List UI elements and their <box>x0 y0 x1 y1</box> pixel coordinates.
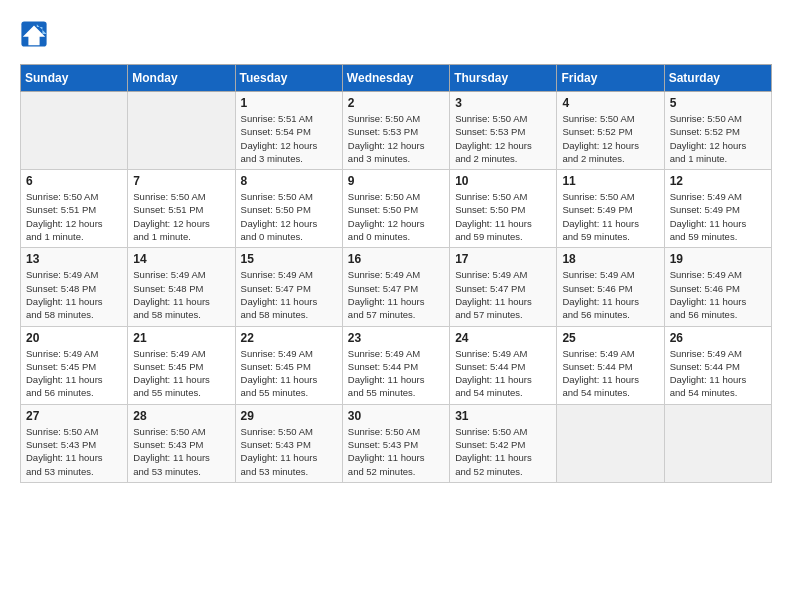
calendar-cell: 28Sunrise: 5:50 AM Sunset: 5:43 PM Dayli… <box>128 404 235 482</box>
calendar-cell: 25Sunrise: 5:49 AM Sunset: 5:44 PM Dayli… <box>557 326 664 404</box>
day-header-saturday: Saturday <box>664 65 771 92</box>
day-number: 24 <box>455 331 551 345</box>
day-info: Sunrise: 5:49 AM Sunset: 5:49 PM Dayligh… <box>670 190 766 243</box>
calendar-cell: 2Sunrise: 5:50 AM Sunset: 5:53 PM Daylig… <box>342 92 449 170</box>
calendar-cell: 14Sunrise: 5:49 AM Sunset: 5:48 PM Dayli… <box>128 248 235 326</box>
day-number: 23 <box>348 331 444 345</box>
day-info: Sunrise: 5:50 AM Sunset: 5:49 PM Dayligh… <box>562 190 658 243</box>
calendar-cell: 31Sunrise: 5:50 AM Sunset: 5:42 PM Dayli… <box>450 404 557 482</box>
day-number: 15 <box>241 252 337 266</box>
calendar-week-row: 13Sunrise: 5:49 AM Sunset: 5:48 PM Dayli… <box>21 248 772 326</box>
day-info: Sunrise: 5:50 AM Sunset: 5:51 PM Dayligh… <box>26 190 122 243</box>
day-number: 28 <box>133 409 229 423</box>
calendar-cell: 3Sunrise: 5:50 AM Sunset: 5:53 PM Daylig… <box>450 92 557 170</box>
day-info: Sunrise: 5:50 AM Sunset: 5:43 PM Dayligh… <box>133 425 229 478</box>
calendar-cell: 16Sunrise: 5:49 AM Sunset: 5:47 PM Dayli… <box>342 248 449 326</box>
day-info: Sunrise: 5:50 AM Sunset: 5:53 PM Dayligh… <box>348 112 444 165</box>
calendar-cell: 27Sunrise: 5:50 AM Sunset: 5:43 PM Dayli… <box>21 404 128 482</box>
calendar-cell: 17Sunrise: 5:49 AM Sunset: 5:47 PM Dayli… <box>450 248 557 326</box>
calendar-cell: 7Sunrise: 5:50 AM Sunset: 5:51 PM Daylig… <box>128 170 235 248</box>
calendar-table: SundayMondayTuesdayWednesdayThursdayFrid… <box>20 64 772 483</box>
day-number: 27 <box>26 409 122 423</box>
day-header-friday: Friday <box>557 65 664 92</box>
day-info: Sunrise: 5:50 AM Sunset: 5:42 PM Dayligh… <box>455 425 551 478</box>
day-info: Sunrise: 5:49 AM Sunset: 5:44 PM Dayligh… <box>670 347 766 400</box>
calendar-cell: 5Sunrise: 5:50 AM Sunset: 5:52 PM Daylig… <box>664 92 771 170</box>
day-header-monday: Monday <box>128 65 235 92</box>
day-number: 9 <box>348 174 444 188</box>
day-number: 13 <box>26 252 122 266</box>
calendar-cell: 24Sunrise: 5:49 AM Sunset: 5:44 PM Dayli… <box>450 326 557 404</box>
day-number: 21 <box>133 331 229 345</box>
calendar-cell: 26Sunrise: 5:49 AM Sunset: 5:44 PM Dayli… <box>664 326 771 404</box>
day-number: 26 <box>670 331 766 345</box>
day-info: Sunrise: 5:50 AM Sunset: 5:52 PM Dayligh… <box>670 112 766 165</box>
calendar-cell: 29Sunrise: 5:50 AM Sunset: 5:43 PM Dayli… <box>235 404 342 482</box>
day-info: Sunrise: 5:50 AM Sunset: 5:50 PM Dayligh… <box>241 190 337 243</box>
day-number: 19 <box>670 252 766 266</box>
calendar-cell: 12Sunrise: 5:49 AM Sunset: 5:49 PM Dayli… <box>664 170 771 248</box>
day-number: 22 <box>241 331 337 345</box>
day-number: 5 <box>670 96 766 110</box>
day-info: Sunrise: 5:49 AM Sunset: 5:47 PM Dayligh… <box>455 268 551 321</box>
day-number: 8 <box>241 174 337 188</box>
calendar-cell: 15Sunrise: 5:49 AM Sunset: 5:47 PM Dayli… <box>235 248 342 326</box>
day-number: 3 <box>455 96 551 110</box>
calendar-cell: 4Sunrise: 5:50 AM Sunset: 5:52 PM Daylig… <box>557 92 664 170</box>
day-info: Sunrise: 5:50 AM Sunset: 5:52 PM Dayligh… <box>562 112 658 165</box>
calendar-cell: 9Sunrise: 5:50 AM Sunset: 5:50 PM Daylig… <box>342 170 449 248</box>
day-header-tuesday: Tuesday <box>235 65 342 92</box>
day-info: Sunrise: 5:49 AM Sunset: 5:46 PM Dayligh… <box>562 268 658 321</box>
calendar-cell <box>21 92 128 170</box>
logo <box>20 20 52 48</box>
day-number: 1 <box>241 96 337 110</box>
day-info: Sunrise: 5:49 AM Sunset: 5:46 PM Dayligh… <box>670 268 766 321</box>
day-info: Sunrise: 5:50 AM Sunset: 5:50 PM Dayligh… <box>455 190 551 243</box>
calendar-cell <box>128 92 235 170</box>
calendar-cell: 13Sunrise: 5:49 AM Sunset: 5:48 PM Dayli… <box>21 248 128 326</box>
calendar-cell: 11Sunrise: 5:50 AM Sunset: 5:49 PM Dayli… <box>557 170 664 248</box>
calendar-cell: 10Sunrise: 5:50 AM Sunset: 5:50 PM Dayli… <box>450 170 557 248</box>
day-number: 31 <box>455 409 551 423</box>
day-number: 11 <box>562 174 658 188</box>
calendar-cell: 30Sunrise: 5:50 AM Sunset: 5:43 PM Dayli… <box>342 404 449 482</box>
calendar-cell <box>664 404 771 482</box>
calendar-week-row: 6Sunrise: 5:50 AM Sunset: 5:51 PM Daylig… <box>21 170 772 248</box>
day-number: 20 <box>26 331 122 345</box>
day-info: Sunrise: 5:49 AM Sunset: 5:47 PM Dayligh… <box>348 268 444 321</box>
day-info: Sunrise: 5:49 AM Sunset: 5:45 PM Dayligh… <box>241 347 337 400</box>
calendar-cell: 6Sunrise: 5:50 AM Sunset: 5:51 PM Daylig… <box>21 170 128 248</box>
day-number: 29 <box>241 409 337 423</box>
day-info: Sunrise: 5:49 AM Sunset: 5:45 PM Dayligh… <box>26 347 122 400</box>
day-info: Sunrise: 5:51 AM Sunset: 5:54 PM Dayligh… <box>241 112 337 165</box>
day-info: Sunrise: 5:49 AM Sunset: 5:47 PM Dayligh… <box>241 268 337 321</box>
calendar-cell: 1Sunrise: 5:51 AM Sunset: 5:54 PM Daylig… <box>235 92 342 170</box>
day-number: 16 <box>348 252 444 266</box>
day-info: Sunrise: 5:50 AM Sunset: 5:43 PM Dayligh… <box>26 425 122 478</box>
day-number: 30 <box>348 409 444 423</box>
day-info: Sunrise: 5:49 AM Sunset: 5:44 PM Dayligh… <box>348 347 444 400</box>
page-header <box>20 20 772 48</box>
day-number: 4 <box>562 96 658 110</box>
day-header-wednesday: Wednesday <box>342 65 449 92</box>
calendar-week-row: 27Sunrise: 5:50 AM Sunset: 5:43 PM Dayli… <box>21 404 772 482</box>
calendar-header-row: SundayMondayTuesdayWednesdayThursdayFrid… <box>21 65 772 92</box>
calendar-cell: 20Sunrise: 5:49 AM Sunset: 5:45 PM Dayli… <box>21 326 128 404</box>
calendar-cell <box>557 404 664 482</box>
day-info: Sunrise: 5:50 AM Sunset: 5:43 PM Dayligh… <box>348 425 444 478</box>
day-number: 17 <box>455 252 551 266</box>
day-info: Sunrise: 5:49 AM Sunset: 5:48 PM Dayligh… <box>133 268 229 321</box>
day-number: 10 <box>455 174 551 188</box>
day-number: 2 <box>348 96 444 110</box>
calendar-cell: 19Sunrise: 5:49 AM Sunset: 5:46 PM Dayli… <box>664 248 771 326</box>
logo-icon <box>20 20 48 48</box>
day-info: Sunrise: 5:49 AM Sunset: 5:45 PM Dayligh… <box>133 347 229 400</box>
day-info: Sunrise: 5:50 AM Sunset: 5:51 PM Dayligh… <box>133 190 229 243</box>
day-number: 12 <box>670 174 766 188</box>
day-info: Sunrise: 5:49 AM Sunset: 5:44 PM Dayligh… <box>562 347 658 400</box>
day-info: Sunrise: 5:49 AM Sunset: 5:44 PM Dayligh… <box>455 347 551 400</box>
calendar-cell: 8Sunrise: 5:50 AM Sunset: 5:50 PM Daylig… <box>235 170 342 248</box>
calendar-week-row: 20Sunrise: 5:49 AM Sunset: 5:45 PM Dayli… <box>21 326 772 404</box>
day-header-thursday: Thursday <box>450 65 557 92</box>
day-number: 7 <box>133 174 229 188</box>
